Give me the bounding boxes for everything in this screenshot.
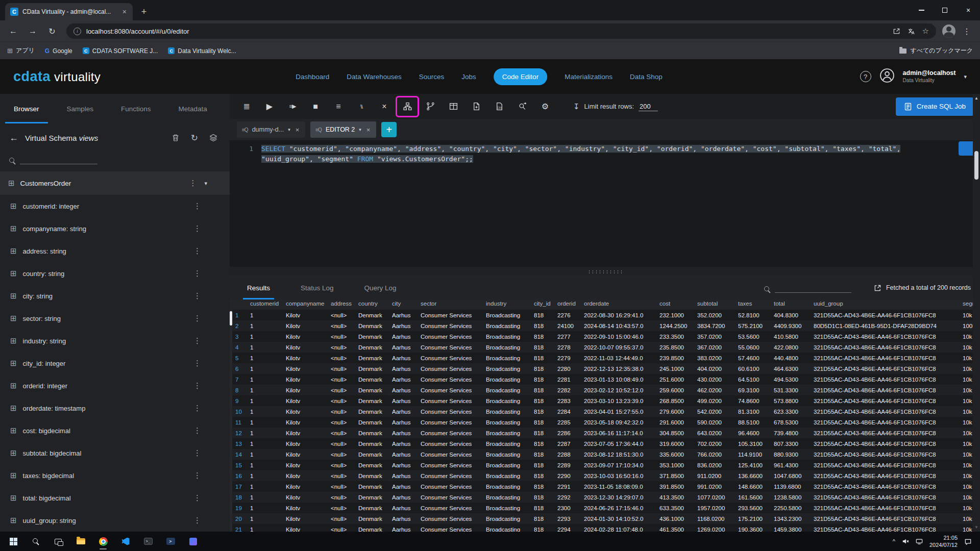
table-cell[interactable]: 678.5300: [772, 419, 812, 425]
table-cell[interactable]: 279.6000: [657, 409, 695, 415]
chevron-down-icon[interactable]: ▾: [964, 73, 967, 80]
tab-query-log[interactable]: Query Log: [349, 276, 412, 299]
table-cell[interactable]: Broadcasting: [484, 334, 532, 340]
column-header-customerid[interactable]: customerid: [248, 299, 284, 310]
kebab-menu-icon[interactable]: ⋮: [191, 426, 203, 435]
schema-column-sector[interactable]: ⊞sector: string⋮: [0, 307, 230, 330]
table-cell[interactable]: 413.3500: [657, 494, 695, 500]
table-cell[interactable]: Aarhus: [390, 452, 419, 458]
nav-dashboard[interactable]: Dashboard: [296, 73, 329, 81]
table-cell[interactable]: 1: [248, 494, 284, 500]
table-cell[interactable]: 268.8500: [657, 398, 695, 404]
table-cell[interactable]: 353.1000: [657, 462, 695, 468]
chevron-down-icon[interactable]: ▾: [288, 127, 290, 132]
table-cell[interactable]: 69.3100: [736, 387, 772, 393]
table-cell[interactable]: 633.3500: [657, 505, 695, 511]
table-cell[interactable]: Broadcasting: [484, 452, 532, 458]
table-cell[interactable]: Kilotv: [284, 323, 329, 329]
tab-samples[interactable]: Samples: [53, 94, 108, 123]
table-cell[interactable]: 1: [248, 323, 284, 329]
table-cell[interactable]: 2292: [555, 494, 582, 500]
table-cell[interactable]: 321D55AC-AD43-4B6E-AA46-6F1CB1076FC8: [812, 409, 961, 415]
table-cell[interactable]: 53.5600: [736, 334, 772, 340]
table-cell[interactable]: Consumer Services: [419, 312, 484, 318]
table-cell[interactable]: 321D55AC-AD43-4B6E-AA46-6F1CB1076FC8: [812, 494, 961, 500]
table-row[interactable]: 71Kilotv<null>DenmarkAarhusConsumer Serv…: [230, 374, 980, 385]
table-cell[interactable]: Kilotv: [284, 398, 329, 404]
table-cell[interactable]: 1: [248, 473, 284, 479]
table-cell[interactable]: Aarhus: [390, 527, 419, 532]
kebab-menu-icon[interactable]: ⋮: [191, 381, 203, 390]
table-cell[interactable]: 190.3600: [736, 527, 772, 532]
table-cell[interactable]: <null>: [329, 323, 356, 329]
table-cell[interactable]: Denmark: [356, 334, 390, 340]
table-cell[interactable]: 321D55AC-AD43-4B6E-AA46-6F1CB1076FC8: [812, 377, 961, 383]
limit-rows-input[interactable]: [639, 102, 658, 111]
column-header-orderdate[interactable]: orderdate: [582, 299, 657, 310]
table-cell[interactable]: 2022-10-07 09:55:37.0: [582, 344, 657, 350]
table-cell[interactable]: 2022-08-30 16:29:41.0: [582, 312, 657, 318]
table-cell[interactable]: <null>: [329, 409, 356, 415]
table-cell[interactable]: 136.6600: [736, 473, 772, 479]
table-cell[interactable]: 1: [248, 452, 284, 458]
table-cell[interactable]: Denmark: [356, 527, 390, 532]
table-cell[interactable]: 1459.3800: [772, 527, 812, 532]
table-cell[interactable]: 739.4800: [772, 430, 812, 436]
find-replace-icon[interactable]: [511, 97, 533, 116]
table-cell[interactable]: 1: [248, 344, 284, 350]
table-cell[interactable]: Broadcasting: [484, 419, 532, 425]
table-cell[interactable]: Consumer Services: [419, 462, 484, 468]
table-cell[interactable]: Broadcasting: [484, 484, 532, 490]
terminal-button[interactable]: >_: [138, 533, 158, 549]
table-cell[interactable]: 2024-08-14 10:43:57.0: [582, 323, 657, 329]
table-cell[interactable]: 175.2100: [736, 516, 772, 522]
schema-column-total[interactable]: ⊞total: bigdecimal⋮: [0, 487, 230, 509]
table-cell[interactable]: Denmark: [356, 398, 390, 404]
table-cell[interactable]: Aarhus: [390, 377, 419, 383]
table-cell[interactable]: Broadcasting: [484, 398, 532, 404]
table-cell[interactable]: 232.1000: [657, 312, 695, 318]
table-cell[interactable]: Denmark: [356, 494, 390, 500]
bookmark-cdata-software[interactable]: CCDATA SOFTWARE J...: [83, 47, 158, 55]
column-header-uuid_group[interactable]: uuid_group: [812, 299, 961, 310]
dependencies-icon[interactable]: [397, 97, 418, 116]
table-cell[interactable]: Kilotv: [284, 452, 329, 458]
data-lineage-icon[interactable]: [420, 97, 441, 116]
table-cell[interactable]: 818: [532, 377, 555, 383]
table-cell[interactable]: Denmark: [356, 505, 390, 511]
table-cell[interactable]: 2286: [555, 430, 582, 436]
schema-column-country[interactable]: ⊞country: string⋮: [0, 262, 230, 285]
table-cell[interactable]: Kilotv: [284, 312, 329, 318]
nav-data-shop[interactable]: Data Shop: [630, 73, 663, 81]
table-cell[interactable]: 321D55AC-AD43-4B6E-AA46-6F1CB1076FC8: [812, 505, 961, 511]
table-cell[interactable]: 1139.6800: [772, 484, 812, 490]
clock[interactable]: 21:05 2024/07/12: [929, 534, 958, 549]
table-cell[interactable]: 880.9300: [772, 452, 812, 458]
table-cell[interactable]: 321D55AC-AD43-4B6E-AA46-6F1CB1076FC8: [812, 452, 961, 458]
nav-materializations[interactable]: Materializations: [565, 73, 612, 81]
sql-editor[interactable]: 1 SELECT "customerid", "companyname", "a…: [230, 140, 980, 267]
table-cell[interactable]: <null>: [329, 516, 356, 522]
table-cell[interactable]: Consumer Services: [419, 366, 484, 372]
app-button[interactable]: [183, 533, 203, 549]
table-cell[interactable]: 766.0200: [695, 452, 736, 458]
table-cell[interactable]: Aarhus: [390, 344, 419, 350]
table-cell[interactable]: 2023-02-12 10:52:12.0: [582, 387, 657, 393]
bookmark-apps[interactable]: ⊞アプリ: [7, 46, 35, 55]
table-cell[interactable]: 818: [532, 366, 555, 372]
bookmark-google[interactable]: GGoogle: [45, 47, 72, 55]
table-cell[interactable]: 1: [248, 377, 284, 383]
table-cell[interactable]: Broadcasting: [484, 516, 532, 522]
table-row[interactable]: 141Kilotv<null>DenmarkAarhusConsumer Ser…: [230, 449, 980, 460]
translate-icon[interactable]: [908, 28, 915, 35]
table-row[interactable]: 201Kilotv<null>DenmarkAarhusConsumer Ser…: [230, 513, 980, 524]
table-cell[interactable]: Denmark: [356, 377, 390, 383]
column-header-companyname[interactable]: companyname: [284, 299, 329, 310]
kebab-menu-icon[interactable]: ⋮: [187, 179, 199, 188]
table-row[interactable]: 151Kilotv<null>DenmarkAarhusConsumer Ser…: [230, 460, 980, 470]
table-cell[interactable]: 2023-09-07 17:10:34.0: [582, 462, 657, 468]
table-row[interactable]: 51Kilotv<null>DenmarkAarhusConsumer Serv…: [230, 353, 980, 363]
table-cell[interactable]: Kilotv: [284, 430, 329, 436]
table-cell[interactable]: 818: [532, 323, 555, 329]
table-cell[interactable]: 462.0200: [695, 387, 736, 393]
